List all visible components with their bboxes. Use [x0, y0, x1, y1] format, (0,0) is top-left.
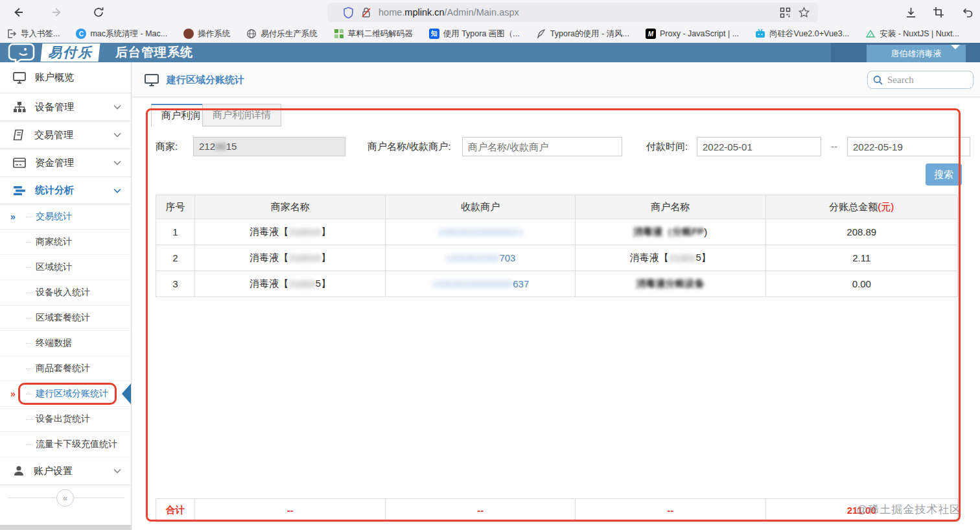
- table-footer-row: 合计 -- -- -- 211.00: [156, 498, 958, 522]
- zhihu-icon: 知: [429, 29, 439, 39]
- download-icon[interactable]: [903, 5, 918, 20]
- sidebar-subitem-device-income-stats[interactable]: 设备收入统计: [0, 280, 132, 306]
- bookmark-label: 使用 Typora 画图（...: [443, 29, 520, 40]
- sitemap-icon: [13, 101, 26, 113]
- merchant-id-field[interactable]: 2120015: [193, 137, 345, 156]
- date-to-input[interactable]: [847, 137, 970, 156]
- table-row: 3 消毒液【210035】 105030200000000637 消毒液分账设备…: [156, 271, 958, 297]
- page-title-wrap: 建行区域分账统计: [145, 62, 244, 97]
- nuxt-icon: [865, 29, 876, 39]
- bookmark-label: mac系统清理 - Mac...: [90, 29, 167, 40]
- sidebar-subitem-label: 交易统计: [36, 211, 72, 223]
- bookmark-caoliao-qr[interactable]: 草料二维码解码器: [334, 29, 413, 40]
- bookmark-yifule-prod[interactable]: 易付乐生产系统: [246, 29, 318, 40]
- sidebar-subitem-device-shipment-stats[interactable]: 设备出货统计: [0, 407, 132, 432]
- shield-icon: [343, 6, 354, 19]
- search-icon: [873, 75, 883, 85]
- bookmark-typora-usage[interactable]: Typora的使用 - 清风...: [536, 29, 629, 40]
- sidebar-subitem-terminal-data[interactable]: 终端数据: [0, 331, 132, 356]
- undo-arrow-icon[interactable]: [959, 5, 975, 20]
- cell-name: 消毒液【210015】: [576, 245, 766, 271]
- user-menu-button[interactable]: 唐伯雄消毒液: [867, 45, 966, 62]
- sidebar-item-trade-mgmt[interactable]: 交易管理: [0, 121, 132, 149]
- bookmark-label: Typora的使用 - 清风...: [550, 29, 629, 40]
- cell-name: 消毒液（分账FP): [576, 219, 766, 245]
- user-menu-label: 唐伯雄消毒液: [891, 48, 942, 60]
- globe-icon: [246, 29, 257, 39]
- sidebar-item-device-mgmt[interactable]: 设备管理: [0, 93, 132, 121]
- brand-name: 易付乐: [48, 43, 93, 62]
- bookmark-typora-draw[interactable]: 知 使用 Typora 画图（...: [429, 29, 520, 40]
- col-header-merchant: 商家名称: [195, 195, 386, 219]
- bookmark-nuxt[interactable]: 安装 - NuxtJS | Nuxt...: [865, 29, 959, 40]
- bookmark-label: 操作系统: [198, 29, 230, 40]
- bookmark-mac-clean[interactable]: C mac系统清理 - Mac...: [76, 29, 167, 40]
- date-range-separator: --: [831, 136, 837, 157]
- sidebar-subitem-label: 区域统计: [36, 261, 72, 273]
- cell-merchant: 消毒液【210015】: [195, 245, 386, 271]
- url-path: /Admin/Main.aspx: [445, 7, 519, 18]
- sidebar-item-funds-mgmt[interactable]: 资金管理: [0, 149, 132, 177]
- sidebar-collapse-button[interactable]: «: [56, 489, 74, 507]
- screenshot-crop-icon[interactable]: [931, 5, 946, 20]
- footer-total-label: 合计: [156, 499, 195, 522]
- back-icon[interactable]: [10, 5, 26, 20]
- user-icon: [13, 465, 25, 477]
- sidebar-subitem-merchant-stats[interactable]: 商家统计: [0, 230, 132, 255]
- merchant-name-label: 商户名称/收款商户:: [368, 136, 450, 157]
- browser-toolbar: home.mplink.cn/Admin/Main.aspx: [0, 0, 980, 25]
- search-button[interactable]: 搜索: [926, 163, 962, 186]
- cell-payee[interactable]: 1050302000703: [386, 245, 576, 271]
- screen: home.mplink.cn/Admin/Main.aspx 导入书签... C…: [0, 0, 980, 530]
- col-header-name: 商户名称: [576, 195, 766, 219]
- bookmark-import[interactable]: 导入书签...: [6, 29, 60, 40]
- search-box: [867, 71, 974, 89]
- search-input[interactable]: [887, 75, 959, 86]
- date-from-input[interactable]: [697, 137, 821, 156]
- merchant-name-input[interactable]: [462, 137, 622, 156]
- active-marker: »: [10, 211, 16, 222]
- cell-no: 1: [156, 219, 195, 245]
- sidebar-subitem-ccb-region-split-stats[interactable]: » 建行区域分账统计: [0, 381, 132, 407]
- sidebar-item-label: 账户概览: [35, 71, 74, 84]
- tab-merchant-profit-detail[interactable]: 商户利润详情: [202, 104, 281, 126]
- import-bookmarks-icon: [6, 29, 17, 39]
- url-text: home.mplink.cn/Admin/Main.aspx: [379, 7, 519, 18]
- reload-icon[interactable]: [91, 5, 106, 20]
- green-qrcode-icon: [334, 29, 344, 39]
- sidebar-subitem-product-package-stats[interactable]: 商品套餐统计: [0, 356, 132, 381]
- sidebar-subitem-sim-recharge-stats[interactable]: 流量卡下级充值统计: [0, 432, 132, 457]
- qrcode-generator-icon[interactable]: [780, 7, 791, 18]
- url-bar[interactable]: home.mplink.cn/Admin/Main.aspx: [327, 3, 818, 22]
- sidebar-item-label: 统计分析: [35, 184, 74, 197]
- monitor-icon: [13, 72, 26, 84]
- bookmark-vue-course[interactable]: 尚硅谷Vue2.0+Vue3...: [755, 29, 849, 40]
- sidebar-subitem-region-package-stats[interactable]: 区域套餐统计: [0, 306, 132, 331]
- bilibili-icon: [755, 29, 765, 39]
- brown-site-icon: [183, 29, 194, 39]
- sidebar-subitem-label: 设备收入统计: [36, 287, 90, 298]
- cell-payee[interactable]: 1050302000000021: [386, 219, 576, 245]
- sidebar-subitem-label: 商家统计: [36, 236, 72, 248]
- bookmark-star-icon[interactable]: [798, 6, 810, 19]
- bookmark-os[interactable]: 操作系统: [183, 29, 230, 40]
- sidebar-subitem-region-stats[interactable]: 区域统计: [0, 255, 132, 280]
- bookmark-proxy-js[interactable]: M Proxy - JavaScript | ...: [646, 29, 739, 39]
- sidebar-item-label: 交易管理: [34, 129, 73, 141]
- forward-icon[interactable]: [49, 5, 65, 20]
- cell-payee[interactable]: 105030200000000637: [386, 271, 576, 296]
- footer-payee: --: [386, 499, 576, 522]
- table-header-row: 序号 商家名称 收款商户 商户名称 分账总金额(元): [156, 195, 958, 219]
- sidebar-subitem-trade-stats[interactable]: » 交易统计: [0, 204, 132, 230]
- chevron-down-icon: [113, 188, 121, 193]
- sidebar: 账户概览 设备管理 交易管理 资金管理 统计分析 » 交易统计 商家统计: [0, 62, 132, 525]
- cell-no: 3: [156, 271, 195, 296]
- cell-merchant: 消毒液【210035】: [195, 271, 386, 296]
- cell-amount: 208.89: [766, 219, 958, 245]
- sidebar-item-account-settings[interactable]: 账户设置: [0, 457, 132, 485]
- sidebar-item-label: 账户设置: [34, 465, 73, 477]
- sidebar-item-stats-analysis[interactable]: 统计分析: [0, 177, 132, 204]
- bookmark-label: 草料二维码解码器: [348, 29, 413, 40]
- bookmark-label: 易付乐生产系统: [261, 29, 318, 40]
- sidebar-item-account-overview[interactable]: 账户概览: [0, 62, 132, 93]
